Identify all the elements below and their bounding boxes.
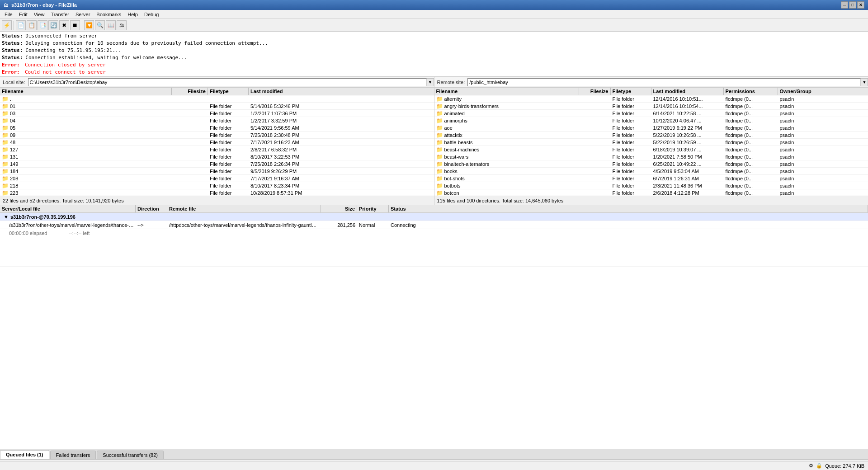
close-button[interactable]: ✕ xyxy=(857,1,864,9)
table-row[interactable]: 📁aoe File folder 1/27/2019 6:19:22 PM fl… xyxy=(434,124,868,132)
local-status-bar: 22 files and 52 directories. Total size:… xyxy=(0,196,434,205)
local-file-list[interactable]: 📁.. 📁01 File folder 5/14/2016 5:32:46 PM… xyxy=(0,95,434,196)
tab-failed-transfers[interactable]: Failed transfers xyxy=(50,451,96,459)
table-row[interactable]: 📁.. xyxy=(0,95,434,103)
table-row[interactable]: 📁battle-beasts File folder 5/22/2019 10:… xyxy=(434,139,868,146)
table-row[interactable]: 📁09 File folder 7/25/2018 2:30:48 PM xyxy=(0,132,434,139)
table-row[interactable]: 📁animorphs File folder 10/12/2020 4:06:4… xyxy=(434,117,868,124)
table-row[interactable]: 📁binaltech-alternators File folder 6/25/… xyxy=(434,160,868,168)
folder-icon: 📁 xyxy=(436,117,443,124)
transfer-elapsed: 00:00:00 elapsed xyxy=(0,230,49,236)
local-col-filesize[interactable]: Filesize xyxy=(172,88,208,95)
local-col-filename[interactable]: Filename xyxy=(0,88,172,95)
local-path-dropdown[interactable]: ▼ xyxy=(427,78,434,86)
local-col-modified[interactable]: Last modified xyxy=(249,88,434,95)
remote-col-filename[interactable]: Filename xyxy=(434,88,579,95)
table-row[interactable]: 📁bot-shots File folder 6/7/2019 1:26:31 … xyxy=(434,175,868,182)
local-file-panel: Filename Filesize Filetype Last modified… xyxy=(0,88,434,205)
title-bar-controls: ─ □ ✕ xyxy=(841,1,864,9)
transfer-size: 281,256 xyxy=(321,222,357,228)
table-row[interactable]: 📁attacktix File folder 5/22/2019 10:26:5… xyxy=(434,132,868,139)
table-row[interactable]: 📁books File folder 4/5/2019 9:53:04 AM f… xyxy=(434,168,868,175)
transfer-header: Server/Local file Direction Remote file … xyxy=(0,205,868,213)
table-row[interactable]: 📁184 File folder 9/5/2019 9:26:29 PM xyxy=(0,168,434,175)
menu-transfer[interactable]: Transfer xyxy=(48,11,72,18)
log-label-6: Error: xyxy=(2,69,22,76)
folder-icon: 📁 xyxy=(436,110,443,117)
toolbar-bookmark[interactable]: 📖 xyxy=(106,20,116,30)
table-row[interactable]: 📁botcon File folder 2/6/2018 4:12:28 PM … xyxy=(434,189,868,196)
remote-path-input[interactable] xyxy=(467,78,861,86)
transfer-local-file: /s31b3r7ron/other-toys/marvel/marvel-leg… xyxy=(0,222,136,228)
log-line-6: Error: Could not connect to server xyxy=(2,69,866,76)
table-row[interactable]: 📁04 File folder 1/2/2017 3:32:59 PM xyxy=(0,117,434,124)
table-row[interactable]: 📁131 File folder 8/10/2017 3:22:53 PM xyxy=(0,153,434,160)
transfer-direction: --> xyxy=(136,222,167,228)
table-row[interactable]: 📁angry-birds-transformers File folder 12… xyxy=(434,103,868,110)
toolbar-new-connection[interactable]: 📄 xyxy=(16,20,26,30)
menu-server[interactable]: Server xyxy=(73,11,93,18)
toolbar-find[interactable]: 🔍 xyxy=(95,20,105,30)
log-label-3: Status: xyxy=(2,47,23,54)
folder-icon: 📁 xyxy=(2,103,9,110)
menu-file[interactable]: File xyxy=(2,11,15,18)
table-row[interactable]: 📁208 File folder 7/17/2021 9:16:37 AM xyxy=(0,175,434,182)
table-row[interactable]: 📁149 File folder 7/25/2018 2:26:34 PM xyxy=(0,160,434,168)
toolbar-compare[interactable]: ⚖ xyxy=(117,20,127,30)
transfer-status: Connecting xyxy=(389,222,868,228)
toolbar-separator-1 xyxy=(14,21,14,30)
path-bar: Local site: ▼ Remote site: ▼ xyxy=(0,77,868,88)
remote-path-dropdown[interactable]: ▼ xyxy=(861,78,868,86)
minimize-button[interactable]: ─ xyxy=(841,1,848,9)
local-status-text: 22 files and 52 directories. Total size:… xyxy=(3,198,124,203)
table-row[interactable]: 📁48 File folder 7/17/2021 9:16:23 AM xyxy=(0,139,434,146)
remote-col-filetype[interactable]: Filetype xyxy=(611,88,651,95)
transfer-left: --:--:-- left xyxy=(67,230,91,236)
local-col-filetype[interactable]: Filetype xyxy=(208,88,249,95)
toolbar-tab[interactable]: 📑 xyxy=(38,20,47,30)
transfer-item-row[interactable]: /s31b3r7ron/other-toys/marvel/marvel-leg… xyxy=(0,221,868,229)
tab-successful-transfers[interactable]: Successful transfers (82) xyxy=(97,451,164,459)
toolbar-refresh[interactable]: 🔄 xyxy=(48,20,58,30)
log-text-2: Delaying connection for 10 seconds due t… xyxy=(25,40,268,47)
toolbar-stop[interactable]: ⏹ xyxy=(70,20,80,30)
folder-icon: 📁 xyxy=(2,175,9,182)
menu-edit[interactable]: Edit xyxy=(16,11,30,18)
toolbar-filter[interactable]: 🔽 xyxy=(84,20,94,30)
table-row[interactable]: 📁beast-wars File folder 1/20/2021 7:58:5… xyxy=(434,153,868,160)
remote-col-filesize[interactable]: Filesize xyxy=(579,88,611,95)
table-row[interactable]: 📁01 File folder 5/14/2016 5:32:46 PM xyxy=(0,103,434,110)
menu-help[interactable]: Help xyxy=(125,11,141,18)
maximize-button[interactable]: □ xyxy=(849,1,856,9)
app-icon: 🗂 xyxy=(4,2,9,8)
table-row[interactable]: 📁animated File folder 6/14/2021 10:22:58… xyxy=(434,110,868,117)
table-row[interactable]: 📁223 File folder 10/28/2019 8:57:31 PM xyxy=(0,189,434,196)
queue-status: Queue: 274.7 KiB xyxy=(825,463,864,469)
folder-icon: 📁 xyxy=(436,132,443,139)
table-row[interactable]: 📁beast-machines File folder 6/18/2019 10… xyxy=(434,146,868,153)
folder-icon: 📁 xyxy=(2,153,9,160)
th-server-local: Server/Local file xyxy=(0,205,136,212)
th-remote-file: Remote file xyxy=(167,205,321,212)
th-status: Status xyxy=(389,205,868,212)
local-site-label: Local site: xyxy=(0,80,28,85)
remote-col-permissions[interactable]: Permissions xyxy=(724,88,778,95)
table-row[interactable]: 📁alternity File folder 12/14/2016 10:10:… xyxy=(434,95,868,103)
table-row[interactable]: 📁03 File folder 1/2/2017 1:07:36 PM xyxy=(0,110,434,117)
remote-file-list[interactable]: 📁alternity File folder 12/14/2016 10:10:… xyxy=(434,95,868,196)
local-path-input[interactable] xyxy=(28,78,427,86)
toolbar-cancel[interactable]: ✖ xyxy=(59,20,69,30)
table-row[interactable]: 📁botbots File folder 2/3/2021 11:48:36 P… xyxy=(434,182,868,189)
remote-col-owner[interactable]: Owner/Group xyxy=(778,88,868,95)
menu-view[interactable]: View xyxy=(31,11,47,18)
table-row[interactable]: 📁127 File folder 2/8/2017 6:58:32 PM xyxy=(0,146,434,153)
tab-queued-files[interactable]: Queued files (1) xyxy=(0,450,49,459)
table-row[interactable]: 📁05 File folder 5/14/2021 9:56:59 AM xyxy=(0,124,434,132)
remote-col-modified[interactable]: Last modified xyxy=(651,88,724,95)
menu-bookmarks[interactable]: Bookmarks xyxy=(94,11,124,18)
table-row[interactable]: 📁218 File folder 8/10/2017 8:23:34 PM xyxy=(0,182,434,189)
folder-icon: 📁 xyxy=(436,168,443,175)
menu-debug[interactable]: Debug xyxy=(142,11,161,18)
toolbar-quickconnect[interactable]: ⚡ xyxy=(2,20,12,30)
toolbar-copy[interactable]: 📋 xyxy=(27,20,37,30)
